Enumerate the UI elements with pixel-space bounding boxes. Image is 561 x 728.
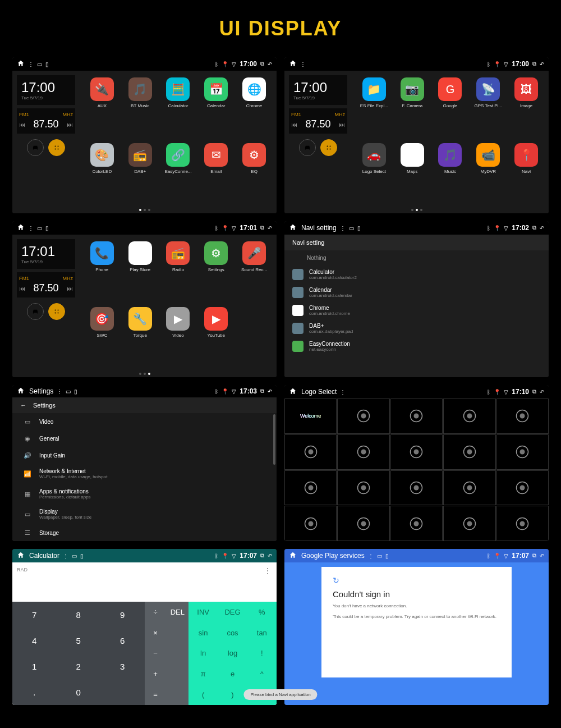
recent-icon[interactable]: ⧉ [260, 388, 264, 395]
window-icon[interactable]: ▭ [37, 61, 42, 67]
more-icon[interactable]: ⋮ [340, 225, 346, 231]
window-icon[interactable]: ▭ [377, 553, 382, 559]
calc-key-6[interactable]: 6 [100, 628, 145, 653]
more-icon[interactable]: ⋮ [57, 388, 62, 395]
calc-fnkey-sin[interactable]: sin [188, 622, 218, 643]
logo-cell[interactable] [496, 506, 549, 541]
calc-key-−[interactable]: − [145, 643, 167, 664]
app-aux[interactable]: 🔌AUX [84, 77, 120, 141]
calc-key-×[interactable]: × [145, 622, 167, 643]
app-sound-rec-[interactable]: 🎤Sound Rec... [236, 241, 272, 305]
settings-item[interactable]: 🔊Input Gain [12, 447, 277, 464]
calc-fnkey-e[interactable]: e [218, 663, 247, 684]
logo-cell[interactable]: Welcome [284, 399, 337, 434]
next-icon[interactable]: ⏭ [67, 121, 73, 128]
calc-key-1[interactable]: 1 [12, 653, 57, 679]
logo-cell[interactable] [496, 434, 549, 470]
logo-cell[interactable] [284, 506, 337, 541]
recent-icon[interactable]: ⧉ [260, 225, 264, 231]
settings-item[interactable]: ☰Storage [12, 524, 277, 541]
home-icon[interactable] [17, 59, 25, 68]
logo-cell[interactable] [284, 434, 337, 470]
recent-icon[interactable]: ⧉ [532, 552, 536, 559]
calc-key-3[interactable]: 3 [100, 653, 145, 679]
back-icon[interactable]: ↶ [268, 225, 272, 231]
navi-item[interactable]: DAB+com.ex.dabplayer.pad [284, 319, 549, 337]
settings-item[interactable]: ◉General [12, 430, 277, 447]
logo-cell[interactable] [284, 470, 337, 506]
more-icon[interactable]: ⋮ [340, 389, 346, 395]
back-icon[interactable]: ↶ [540, 389, 544, 395]
app-es-file-expl-[interactable]: 📁ES File Expl... [356, 77, 392, 141]
recent-icon[interactable]: ⧉ [260, 552, 264, 559]
storage-icon[interactable]: ▯ [45, 61, 49, 67]
app-drawer-button[interactable] [48, 303, 65, 320]
logo-cell[interactable] [390, 506, 443, 541]
app-email[interactable]: ✉Email [198, 143, 234, 207]
window-icon[interactable]: ▭ [37, 225, 42, 231]
recent-icon[interactable]: ⧉ [532, 225, 536, 231]
radio-widget[interactable]: FM1MHz ⏮87.50⏭ [289, 108, 347, 134]
app-music[interactable]: 🎵Music [433, 143, 468, 207]
rad-indicator[interactable]: RAD [17, 567, 272, 573]
logo-cell[interactable] [337, 434, 389, 470]
calc-fnkey-^[interactable]: ^ [247, 663, 277, 684]
recent-icon[interactable]: ⧉ [532, 388, 536, 395]
prev-icon[interactable]: ⏮ [19, 121, 25, 128]
logo-cell[interactable] [337, 470, 389, 506]
window-icon[interactable]: ▭ [72, 553, 77, 559]
settings-item[interactable]: ▦Apps & notificationsPermissions, defaul… [12, 484, 277, 504]
radio-widget[interactable]: FM1MHz ⏮87.50⏭ [17, 108, 75, 134]
car-mode-button[interactable] [27, 303, 44, 320]
calc-key-=[interactable]: = [145, 684, 167, 705]
home-icon[interactable] [289, 387, 297, 396]
app-settings[interactable]: ⚙Settings [198, 241, 234, 305]
app-play-store[interactable]: ▶Play Store [122, 241, 158, 305]
logo-cell[interactable] [496, 399, 549, 434]
window-icon[interactable]: ▭ [66, 388, 71, 395]
storage-icon[interactable]: ▯ [74, 388, 77, 395]
scrollbar[interactable] [273, 414, 275, 465]
navi-selected[interactable]: Nothing [284, 250, 549, 265]
navi-item[interactable]: Calendarcom.android.calendar [284, 283, 549, 301]
logo-cell[interactable] [337, 399, 389, 434]
app-calculator[interactable]: 🧮Calculator [160, 77, 196, 141]
storage-icon[interactable]: ▯ [385, 553, 389, 559]
car-mode-button[interactable] [27, 139, 44, 156]
storage-icon[interactable]: ▯ [45, 225, 49, 231]
logo-cell[interactable] [443, 399, 495, 434]
calc-key-9[interactable]: 9 [100, 602, 145, 628]
calc-key-.[interactable]: . [12, 679, 57, 705]
back-icon[interactable]: ↶ [540, 61, 544, 67]
app-mydvr[interactable]: 📹MyDVR [470, 143, 506, 207]
calc-key-+[interactable]: + [145, 663, 167, 684]
app-easyconne-[interactable]: 🔗EasyConne... [160, 143, 196, 207]
recent-icon[interactable]: ⧉ [532, 61, 536, 67]
app-calendar[interactable]: 📅Calendar [198, 77, 234, 141]
car-mode-button[interactable] [299, 139, 316, 156]
prev-icon[interactable]: ⏮ [291, 121, 297, 128]
logo-cell[interactable] [443, 470, 495, 506]
home-icon[interactable] [289, 551, 297, 560]
app-eq[interactable]: ⚙EQ [236, 143, 272, 207]
app-logo-select[interactable]: 🚗Logo Select [356, 143, 392, 207]
settings-item[interactable]: ▭DisplayWallpaper, sleep, font size [12, 504, 277, 524]
home-icon[interactable] [289, 59, 297, 68]
calc-key-7[interactable]: 7 [12, 602, 57, 628]
app-navi[interactable]: 📍Navi [508, 143, 544, 207]
home-icon[interactable] [289, 223, 297, 232]
app-video[interactable]: ▶Video [160, 307, 196, 370]
calc-fnkey-INV[interactable]: INV [188, 602, 218, 622]
radio-widget[interactable]: FM1MHz ⏮87.50⏭ [17, 272, 75, 297]
navi-item[interactable]: EasyConnectionnet.easyconn [284, 337, 549, 355]
app-f-camera[interactable]: 📷F. Camera [394, 77, 430, 141]
calc-fnkey-π[interactable]: π [188, 663, 218, 684]
calc-fnkey-ln[interactable]: ln [188, 643, 218, 664]
more-icon[interactable]: ⋮ [63, 553, 68, 559]
home-icon[interactable] [17, 387, 25, 396]
app-swc[interactable]: 🎯SWC [84, 307, 120, 370]
calc-key-DEL[interactable]: DEL [167, 602, 188, 622]
app-youtube[interactable]: ▶YouTube [198, 307, 234, 370]
app-phone[interactable]: 📞Phone [84, 241, 120, 305]
app-gps-test-pl-[interactable]: 📡GPS Test Pl... [470, 77, 506, 141]
